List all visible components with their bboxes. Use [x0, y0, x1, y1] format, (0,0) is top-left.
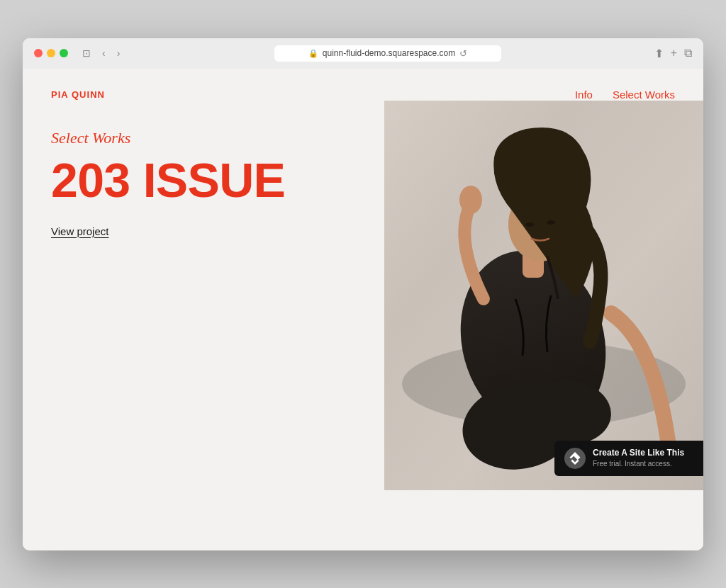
address-bar[interactable]: 🔒 quinn-fluid-demo.squarespace.com ↺ — [274, 45, 501, 62]
traffic-lights — [34, 49, 68, 57]
back-button[interactable]: ‹ — [101, 47, 107, 59]
svg-point-9 — [525, 222, 534, 227]
browser-titlebar: ⊡ ‹ › 🔒 quinn-fluid-demo.squarespace.com… — [34, 45, 692, 69]
squarespace-banner[interactable]: Create A Site Like This Free trial. Inst… — [554, 441, 703, 476]
addressbar-row: 🔒 quinn-fluid-demo.squarespace.com ↺ — [127, 45, 648, 62]
nav-select-works-link[interactable]: Select Works — [613, 89, 675, 101]
site-main: Select Works 203 ISSUE View project — [23, 115, 703, 266]
close-button[interactable] — [34, 49, 43, 57]
url-text: quinn-fluid-demo.squarespace.com — [323, 48, 455, 58]
view-project-link[interactable]: View project — [51, 225, 108, 237]
reload-button[interactable]: ↺ — [459, 48, 467, 59]
site-logo[interactable]: PIA QUINN — [51, 89, 105, 100]
figure-svg — [384, 101, 703, 490]
forward-button[interactable]: › — [116, 47, 122, 59]
minimize-button[interactable] — [47, 49, 55, 57]
tab-overview-button[interactable]: ⧉ — [684, 47, 692, 60]
project-image — [384, 101, 703, 490]
lock-icon: 🔒 — [308, 49, 318, 58]
squarespace-secondary-text: Free trial. Instant access. — [593, 459, 684, 468]
browser-window: ⊡ ‹ › 🔒 quinn-fluid-demo.squarespace.com… — [23, 38, 703, 550]
browser-chrome: ⊡ ‹ › 🔒 quinn-fluid-demo.squarespace.com… — [23, 38, 703, 69]
site-nav: Info Select Works — [575, 89, 675, 101]
website-content: PIA QUINN Info Select Works Select Works… — [23, 69, 703, 550]
sidebar-toggle-button[interactable]: ⊡ — [81, 47, 92, 59]
browser-actions: ⬆ + ⧉ — [654, 47, 692, 60]
squarespace-icon — [564, 448, 586, 469]
svg-point-6 — [459, 186, 482, 214]
share-button[interactable]: ⬆ — [654, 47, 664, 60]
new-tab-button[interactable]: + — [671, 47, 677, 60]
squarespace-banner-text: Create A Site Like This Free trial. Inst… — [593, 448, 684, 468]
squarespace-primary-text: Create A Site Like This — [593, 448, 684, 459]
svg-point-10 — [547, 220, 555, 225]
browser-nav-controls: ⊡ ‹ › — [81, 47, 121, 59]
maximize-button[interactable] — [60, 49, 68, 57]
project-image-container: Create A Site Like This Free trial. Inst… — [384, 101, 703, 490]
nav-info-link[interactable]: Info — [575, 89, 593, 101]
